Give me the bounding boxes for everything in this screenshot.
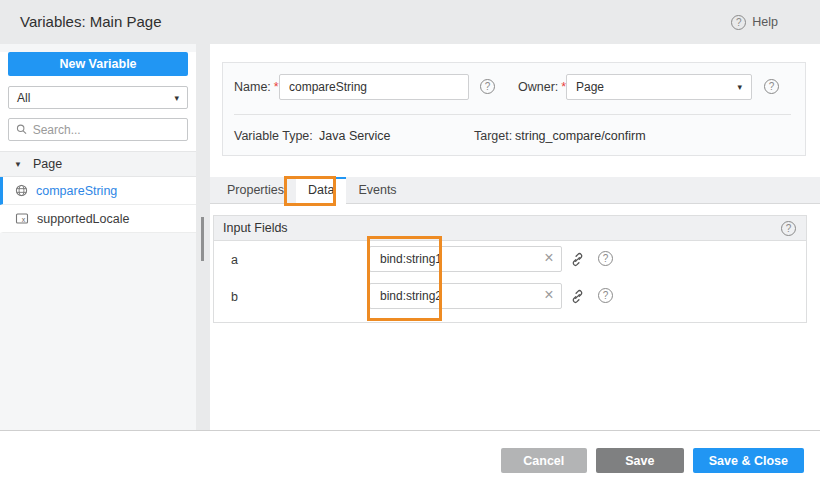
tree-item-label: compareString xyxy=(36,184,117,198)
target-label: Target: xyxy=(474,129,512,143)
owner-selected-value: Page xyxy=(576,80,604,94)
variable-type-value: Java Service xyxy=(319,129,391,143)
variables-tree: ▼ Page compareString x xyxy=(0,151,196,233)
name-input[interactable] xyxy=(279,74,469,100)
filter-dropdown[interactable]: All ▾ xyxy=(8,86,188,109)
target-value: string_compare/confirm xyxy=(515,129,646,143)
tree-item-label: supportedLocale xyxy=(37,212,129,226)
new-variable-button[interactable]: New Variable xyxy=(8,52,188,76)
chevron-down-icon: ▾ xyxy=(174,93,179,103)
tab-data[interactable]: Data xyxy=(296,177,346,204)
java-service-icon xyxy=(15,184,28,197)
field-a-help-icon[interactable]: ? xyxy=(598,251,613,266)
bind-link-icon[interactable] xyxy=(570,289,585,304)
name-label-text: Name: xyxy=(234,80,271,94)
tree-item-comparestring[interactable]: compareString xyxy=(0,177,196,205)
svg-text:x: x xyxy=(22,216,26,223)
input-fields-help-icon[interactable]: ? xyxy=(781,221,796,236)
field-b-input[interactable] xyxy=(369,283,562,309)
tab-bar: Properties Data Events xyxy=(210,177,820,204)
owner-label: Owner:* xyxy=(518,80,566,94)
help-button[interactable]: ? Help xyxy=(731,0,778,44)
required-marker: * xyxy=(274,80,279,94)
top-bar: Variables: Main Page ? Help xyxy=(0,0,820,44)
tab-properties[interactable]: Properties xyxy=(215,177,296,203)
footer-buttons: Cancel Save Save & Close xyxy=(501,448,804,473)
tab-events[interactable]: Events xyxy=(346,177,408,203)
filter-value: All xyxy=(17,91,30,105)
owner-help-icon[interactable]: ? xyxy=(764,79,779,94)
help-label: Help xyxy=(752,15,778,29)
sidebar: New Variable All ▾ ▼ Page xyxy=(0,44,196,430)
bind-link-icon[interactable] xyxy=(570,252,585,267)
card-divider xyxy=(234,114,791,115)
tree-item-supportedlocale[interactable]: x supportedLocale xyxy=(0,205,196,233)
field-b-label: b xyxy=(231,290,238,304)
pane-splitter[interactable] xyxy=(196,44,210,430)
tree-group-label: Page xyxy=(33,157,62,171)
input-fields-body: a × ? b × xyxy=(213,241,807,323)
footer-bar: Cancel Save Save & Close xyxy=(0,430,820,490)
search-input[interactable] xyxy=(33,123,180,137)
chevron-down-icon: ▾ xyxy=(737,82,742,92)
input-fields-header: Input Fields ? xyxy=(213,215,807,241)
main-panel: Name:* ? Owner:* Page ▾ ? Variable Type:… xyxy=(210,44,820,430)
input-fields-section: Input Fields ? a × ? b × xyxy=(213,215,807,323)
variable-type-label: Variable Type: xyxy=(234,129,313,143)
page-title: Variables: Main Page xyxy=(20,0,161,44)
save-and-close-button[interactable]: Save & Close xyxy=(693,448,804,473)
save-button[interactable]: Save xyxy=(596,448,684,473)
variable-summary-card: Name:* ? Owner:* Page ▾ ? Variable Type:… xyxy=(222,62,806,156)
name-help-icon[interactable]: ? xyxy=(480,79,495,94)
scrollbar-thumb[interactable] xyxy=(201,217,204,261)
help-question-icon: ? xyxy=(731,15,746,30)
owner-select[interactable]: Page ▾ xyxy=(566,74,752,100)
page-variable-icon: x xyxy=(15,212,29,225)
sidebar-panel: New Variable All ▾ ▼ Page xyxy=(0,52,196,233)
clear-field-a-icon[interactable]: × xyxy=(540,250,558,266)
field-a-label: a xyxy=(231,253,238,267)
input-fields-title: Input Fields xyxy=(223,221,288,235)
cancel-button[interactable]: Cancel xyxy=(501,448,587,473)
owner-label-text: Owner: xyxy=(518,80,558,94)
collapse-caret-icon: ▼ xyxy=(14,160,22,169)
search-box[interactable] xyxy=(8,118,188,141)
clear-field-b-icon[interactable]: × xyxy=(540,287,558,303)
field-b-help-icon[interactable]: ? xyxy=(598,288,613,303)
name-label: Name:* xyxy=(234,80,279,94)
search-icon xyxy=(16,123,28,136)
tree-group-page[interactable]: ▼ Page xyxy=(0,151,196,177)
variables-editor-window: Variables: Main Page ? Help New Variable… xyxy=(0,0,820,490)
field-a-input[interactable] xyxy=(369,246,562,272)
